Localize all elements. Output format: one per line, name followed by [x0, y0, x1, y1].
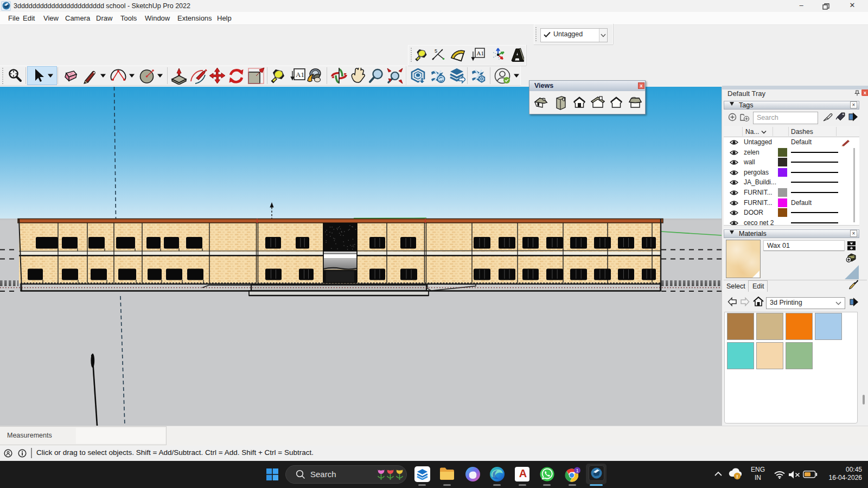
svg-text:!: !	[736, 473, 738, 479]
svg-text:1: 1	[576, 468, 579, 473]
svg-text:5: 5	[435, 48, 437, 54]
svg-text:A1: A1	[296, 70, 304, 79]
svg-text:A1: A1	[477, 50, 484, 56]
